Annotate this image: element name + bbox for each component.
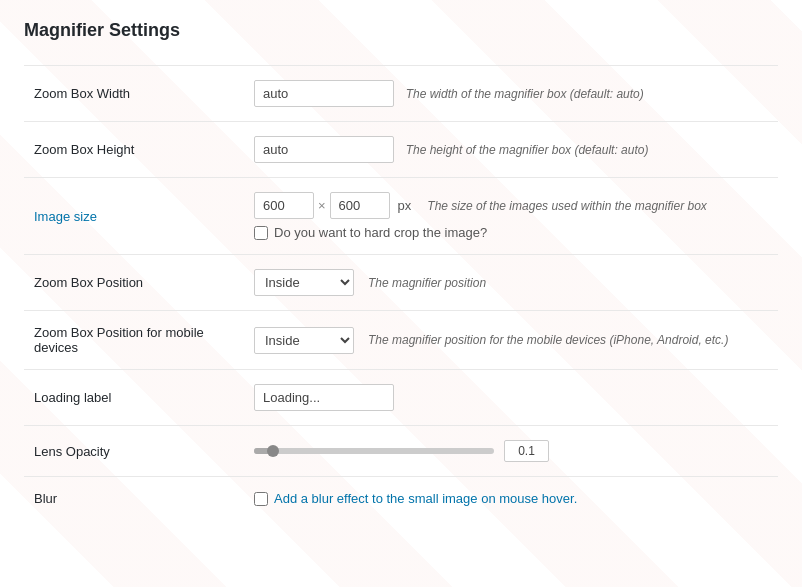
image-width-input[interactable] [254, 192, 314, 219]
lens-opacity-row: Lens Opacity 0.1 [24, 426, 778, 477]
px-label: px [398, 198, 412, 213]
settings-table: Zoom Box Width The width of the magnifie… [24, 65, 778, 520]
page-title: Magnifier Settings [24, 20, 778, 41]
blur-value-cell: Add a blur effect to the small image on … [244, 477, 778, 521]
loading-label-input[interactable] [254, 384, 394, 411]
settings-container: Magnifier Settings Zoom Box Width The wi… [0, 0, 802, 587]
zoom-box-position-label: Zoom Box Position [24, 255, 244, 311]
lens-opacity-slider-container: 0.1 [254, 440, 768, 462]
zoom-box-height-label: Zoom Box Height [24, 122, 244, 178]
crop-label: Do you want to hard crop the image? [274, 225, 487, 240]
zoom-box-width-hint: The width of the magnifier box (default:… [406, 87, 644, 101]
image-size-row: Image size × px The size of the images u… [24, 178, 778, 255]
zoom-box-height-input[interactable] [254, 136, 394, 163]
lens-opacity-label: Lens Opacity [24, 426, 244, 477]
zoom-box-position-mobile-hint: The magnifier position for the mobile de… [368, 333, 728, 347]
lens-opacity-thumb[interactable] [267, 445, 279, 457]
zoom-box-height-value-cell: The height of the magnifier box (default… [244, 122, 778, 178]
zoom-box-position-controls: Inside Outside Inner zoom The magnifier … [254, 269, 768, 296]
zoom-box-position-mobile-label: Zoom Box Position for mobile devices [24, 311, 244, 370]
loading-label-row: Loading label [24, 370, 778, 426]
cross-icon: × [318, 198, 326, 213]
image-size-hint: The size of the images used within the m… [427, 199, 706, 213]
image-size-value-cell: × px The size of the images used within … [244, 178, 778, 255]
crop-checkbox[interactable] [254, 226, 268, 240]
zoom-box-position-hint: The magnifier position [368, 276, 486, 290]
zoom-box-width-input[interactable] [254, 80, 394, 107]
zoom-box-height-hint: The height of the magnifier box (default… [406, 143, 649, 157]
crop-row: Do you want to hard crop the image? [254, 225, 768, 240]
blur-checkbox[interactable] [254, 492, 268, 506]
blur-hint: Add a blur effect to the small image on … [274, 491, 577, 506]
zoom-box-position-mobile-select[interactable]: Inside Outside Inner zoom [254, 327, 354, 354]
blur-row: Blur Add a blur effect to the small imag… [24, 477, 778, 521]
loading-label-value-cell [244, 370, 778, 426]
image-size-label: Image size [24, 178, 244, 255]
zoom-box-position-mobile-value-cell: Inside Outside Inner zoom The magnifier … [244, 311, 778, 370]
lens-opacity-value: 0.1 [504, 440, 549, 462]
blur-controls: Add a blur effect to the small image on … [254, 491, 768, 506]
zoom-box-position-mobile-controls: Inside Outside Inner zoom The magnifier … [254, 327, 768, 354]
image-size-inputs: × px The size of the images used within … [254, 192, 768, 219]
blur-label: Blur [24, 477, 244, 521]
zoom-box-position-select[interactable]: Inside Outside Inner zoom [254, 269, 354, 296]
loading-label-label: Loading label [24, 370, 244, 426]
zoom-box-position-mobile-row: Zoom Box Position for mobile devices Ins… [24, 311, 778, 370]
lens-opacity-value-cell: 0.1 [244, 426, 778, 477]
lens-opacity-track[interactable] [254, 448, 494, 454]
zoom-box-width-row: Zoom Box Width The width of the magnifie… [24, 66, 778, 122]
zoom-box-height-row: Zoom Box Height The height of the magnif… [24, 122, 778, 178]
zoom-box-position-row: Zoom Box Position Inside Outside Inner z… [24, 255, 778, 311]
zoom-box-width-label: Zoom Box Width [24, 66, 244, 122]
zoom-box-position-value-cell: Inside Outside Inner zoom The magnifier … [244, 255, 778, 311]
image-height-input[interactable] [330, 192, 390, 219]
zoom-box-width-value-cell: The width of the magnifier box (default:… [244, 66, 778, 122]
